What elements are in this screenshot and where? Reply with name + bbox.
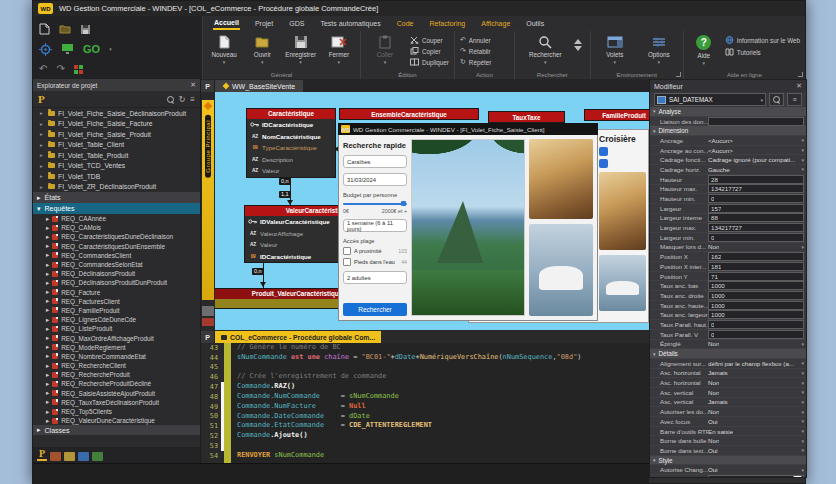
- duplicate-button[interactable]: Dupliquer: [410, 58, 449, 66]
- align-grid-icon[interactable]: [74, 65, 83, 74]
- property-value[interactable]: Gauche▾: [708, 166, 806, 173]
- property-row[interactable]: Couleur#202020: [650, 475, 806, 478]
- menu-tab-projet[interactable]: Projet: [254, 18, 274, 29]
- property-value[interactable]: Non▾: [708, 408, 806, 415]
- beach-option-row[interactable]: A proximité103: [343, 247, 407, 255]
- entity-caracteristique[interactable]: Caractéristique IDCaractéristiqueAZNomCa…: [246, 108, 336, 178]
- property-row[interactable]: Asc. horizontalNon▾: [650, 378, 806, 388]
- property-row[interactable]: Largeur interne88: [650, 214, 806, 224]
- tree-item-query[interactable]: ▸REQ_CAAnnée: [33, 214, 200, 223]
- tree-item-query[interactable]: ▸REQ_RechercheClient: [33, 361, 200, 370]
- search-next-icon[interactable]: [574, 46, 582, 51]
- property-row[interactable]: Hauteur max.134217727: [650, 185, 806, 195]
- property-row[interactable]: Taux Parall. haut...0: [650, 320, 806, 330]
- duration-select[interactable]: 1 semaine (6 à 11 jours): [343, 219, 407, 232]
- copy-button[interactable]: Copier: [410, 47, 449, 55]
- go-dropdown-caret[interactable]: ▾: [109, 46, 112, 52]
- property-section-style[interactable]: ▾Style: [650, 456, 806, 466]
- redo-icon[interactable]: ↷: [56, 64, 64, 74]
- redo-button[interactable]: ↷Rétablir: [460, 47, 491, 55]
- code-line[interactable]: 52Commande.Ajoute(): [201, 431, 649, 441]
- cut-button[interactable]: Couper: [410, 36, 449, 44]
- modifier-close-icon[interactable]: ✕: [796, 82, 802, 90]
- property-value[interactable]: <Aucun>▾: [708, 147, 806, 154]
- property-row[interactable]: Taux Parall. V0: [650, 330, 806, 340]
- tree-item-query[interactable]: ▸REQ_Top5Clients: [33, 407, 200, 416]
- property-value[interactable]: Oui▾: [708, 466, 806, 473]
- property-row[interactable]: Position X inter...181: [650, 262, 806, 272]
- property-row[interactable]: Largeur min.0: [650, 233, 806, 243]
- code-line[interactable]: 44sNumCommande est une chaîne = "BC01-"+…: [201, 353, 649, 363]
- code-line[interactable]: 45: [201, 363, 649, 373]
- property-value[interactable]: Non▾: [708, 340, 806, 347]
- open-project-icon[interactable]: [59, 24, 71, 35]
- tree-item-query[interactable]: ▸REQ_RechercheProduitDécliné: [33, 379, 200, 388]
- tree-item-query[interactable]: ▸REQ_CaractéristiquesDuneDéclinaison: [33, 232, 200, 241]
- code-tab-active[interactable]: COL_eCommerce - Procédure globale Com...: [215, 331, 381, 343]
- tree-item-query[interactable]: ▸REQ_ListeProduit: [33, 324, 200, 333]
- code-line[interactable]: 54RENVOYER sNumCommande: [201, 451, 649, 461]
- property-value[interactable]: 71: [708, 272, 804, 281]
- explorer-sync-icon[interactable]: ↻: [179, 95, 186, 104]
- tree-item-query[interactable]: ▸REQ_ValeurDuneCaractéristique: [33, 416, 200, 425]
- property-value[interactable]: Jamais▾: [708, 398, 806, 405]
- property-row[interactable]: Borne dans bulleNon▾: [650, 436, 806, 446]
- footer-tab-project[interactable]: P: [37, 448, 47, 461]
- property-value[interactable]: 0: [708, 330, 804, 339]
- footer-tab-folder-icon[interactable]: [64, 452, 75, 461]
- property-row[interactable]: Autorise Chang...Oui▾: [650, 465, 806, 475]
- tree-section-etats[interactable]: ▸ États: [33, 192, 200, 203]
- tree-item-query[interactable]: ▸REQ_NombreCommandeEtat: [33, 352, 200, 361]
- property-value[interactable]: Non▾: [708, 243, 806, 250]
- property-value[interactable]: Oui▾: [708, 418, 806, 425]
- property-value[interactable]: <Aucun>▾: [708, 137, 806, 144]
- save-icon[interactable]: [80, 24, 91, 35]
- menu-tab-accueil[interactable]: Accueil: [213, 17, 240, 30]
- code-line[interactable]: 50Commande.DateCommande = dDate: [201, 412, 649, 422]
- menu-tab-refactoring[interactable]: Refactoring: [428, 18, 466, 29]
- modifier-menu-button[interactable]: ≡: [787, 93, 802, 106]
- tree-item-query[interactable]: ▸REQ_CaractéristiquesDunEnsemble: [33, 242, 200, 251]
- panes-button[interactable]: Volets▾: [596, 33, 634, 65]
- code-line[interactable]: 46// Crée l'enregistrement de commande: [201, 372, 649, 382]
- preview-title-bar[interactable]: WD WD Gestion Commerciale - WINDEV - [FI…: [338, 123, 598, 135]
- footer-tab-share-icon[interactable]: [50, 452, 61, 461]
- tree-item-query[interactable]: ▸REQ_CommandesSelonEtat: [33, 260, 200, 269]
- property-value[interactable]: Cadrage ignoré (pour compati...▾: [708, 156, 806, 163]
- tree-item-query[interactable]: ▸REQ_SaisieAssistéeAjoutProduit: [33, 389, 200, 398]
- entity-tauxtaxe[interactable]: TauxTaxe: [488, 111, 565, 123]
- property-row[interactable]: Autoriser les do...Non▾: [650, 407, 806, 417]
- search-previous-icon[interactable]: [574, 39, 582, 44]
- go-run-button[interactable]: GO: [83, 43, 100, 55]
- tree-item-folder[interactable]: ▸FI_Volet_Fiche_Saisie_Produit: [33, 129, 200, 140]
- entity-ensemblecaracteristique[interactable]: EnsembleCaractéristique: [339, 108, 479, 120]
- tree-item-folder[interactable]: ▸FI_Volet_TDB: [33, 171, 200, 182]
- footer-tab-window-icon[interactable]: [78, 452, 89, 461]
- code-line[interactable]: 43// Génère le numéro de BC: [201, 343, 649, 353]
- test-monitor-icon[interactable]: [61, 43, 74, 55]
- tree-item-folder[interactable]: ▸FI_Volet_Fiche_Saisie_Facture: [33, 119, 200, 130]
- code-line[interactable]: 47Commande.RAZ(): [201, 382, 649, 392]
- property-section-dimension[interactable]: ▾Dimension: [650, 126, 806, 136]
- property-value[interactable]: Jamais▾: [708, 369, 806, 376]
- tree-item-query[interactable]: ▸REQ_LignesCdeDuneCde: [33, 315, 200, 324]
- tutorials-link[interactable]: Tutoriels: [725, 48, 800, 56]
- tree-item-query[interactable]: ▸REQ_FamilleProduit: [33, 306, 200, 315]
- tree-item-query[interactable]: ▸REQ_CommandesClient: [33, 251, 200, 260]
- property-row[interactable]: ÉpingléNon▾: [650, 340, 806, 350]
- property-row[interactable]: Taux anc. bas1000: [650, 281, 806, 291]
- control-selector[interactable]: SAI_DATEMAX ▾: [654, 93, 766, 106]
- property-row[interactable]: Largeur157: [650, 204, 806, 214]
- code-area[interactable]: 43// Génère le numéro de BC44sNumCommand…: [201, 343, 649, 463]
- property-row[interactable]: Alignement sur...défini par le champ fle…: [650, 359, 806, 369]
- property-row[interactable]: Taux anc. haute...1000: [650, 301, 806, 311]
- property-value[interactable]: 0: [708, 320, 804, 329]
- property-value[interactable]: [708, 117, 804, 126]
- property-value[interactable]: Non▾: [708, 437, 806, 444]
- repeat-button[interactable]: ↻Répéter: [460, 58, 491, 66]
- code-page-tab[interactable]: P: [201, 331, 215, 343]
- property-value[interactable]: Non▾: [708, 389, 806, 396]
- document-tab-basesitevente[interactable]: WW_BaseSiteVente: [215, 80, 303, 92]
- tree-item-folder[interactable]: ▸FI_Volet_Fiche_Saisie_DéclinaisonProdui…: [33, 108, 200, 119]
- slider-knob[interactable]: [401, 201, 406, 206]
